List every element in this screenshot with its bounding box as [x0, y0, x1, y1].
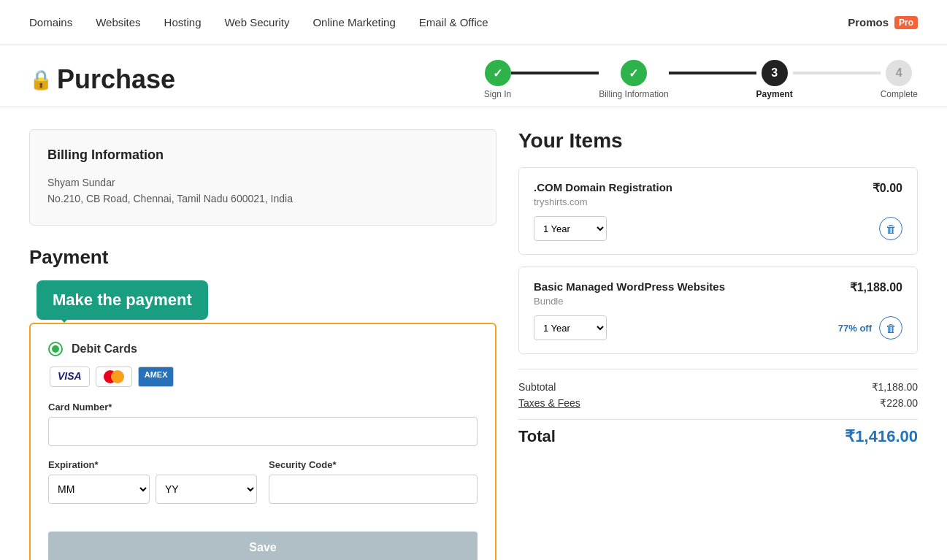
item-1-year-wrapper: 1 Year 2 Years [534, 216, 607, 241]
step-billing: ✓ Billing Information [599, 60, 668, 99]
purchase-title: 🔒 Purchase [29, 64, 175, 95]
step-4-label: Complete [881, 89, 918, 99]
item-1-header: .COM Domain Registration ₹0.00 [534, 181, 902, 195]
item-2-header: Basic Managed WordPress Websites ₹1,188.… [534, 280, 902, 294]
totals-section: Subtotal ₹1,188.00 Taxes & Fees ₹228.00 … [518, 369, 918, 446]
item-1-price: ₹0.00 [873, 181, 902, 195]
nav-web-security[interactable]: Web Security [224, 13, 289, 31]
item-2-price: ₹1,188.00 [850, 280, 902, 294]
step-sign-in: ✓ Sign In [484, 60, 511, 99]
billing-info-card: Billing Information Shyam Sundar No.210,… [29, 129, 496, 226]
progress-steps: ✓ Sign In ✓ Billing Information 3 Paymen… [484, 60, 918, 99]
amex-logo: AMEX [138, 367, 175, 387]
item-2-name: Basic Managed WordPress Websites [534, 280, 725, 293]
step-1-label: Sign In [484, 89, 511, 99]
promos-button[interactable]: Promos Pro [848, 16, 918, 29]
debit-radio[interactable] [48, 342, 63, 356]
nav-email-office[interactable]: Email & Office [419, 13, 488, 31]
taxes-value: ₹228.00 [880, 397, 918, 409]
step-2-label: Billing Information [599, 89, 668, 99]
expiration-security-row: Expiration* MM 010203 040506 070809 1011… [48, 459, 478, 517]
item-1-subtitle: tryshirts.com [534, 196, 902, 207]
item-1-year-select[interactable]: 1 Year 2 Years [534, 216, 607, 241]
expiration-label: Expiration* [48, 459, 257, 470]
item-2-delete-button[interactable]: 🗑 [879, 316, 902, 340]
item-2-subtitle: Bundle [534, 296, 902, 307]
subtotal-row: Subtotal ₹1,188.00 [518, 381, 918, 393]
payment-form-card: Debit Cards VISA AMEX Card Number* [29, 323, 496, 560]
nav-websites[interactable]: Websites [96, 13, 140, 31]
billing-address: No.210, CB Road, Chennai, Tamil Nadu 600… [47, 191, 478, 207]
item-com-domain: .COM Domain Registration ₹0.00 tryshirts… [518, 167, 918, 255]
nav-domains[interactable]: Domains [29, 13, 72, 31]
item-1-footer: 1 Year 2 Years 🗑 [534, 216, 902, 241]
billing-name: Shyam Sundar [47, 174, 478, 191]
step-2-circle: ✓ [621, 60, 647, 86]
left-panel: Billing Information Shyam Sundar No.210,… [29, 129, 496, 560]
debit-label: Debit Cards [72, 342, 137, 356]
nav-hosting[interactable]: Hosting [164, 13, 202, 31]
expiration-month-select[interactable]: MM 010203 040506 070809 101112 [48, 475, 150, 504]
subtotal-value: ₹1,188.00 [872, 381, 919, 393]
item-2-discount: 77% off [838, 323, 872, 334]
payment-section: Payment Make the payment Debit Cards VIS… [29, 246, 496, 560]
step-payment: 3 Payment [756, 60, 793, 99]
total-row: Total ₹1,416.00 [518, 419, 918, 446]
total-label: Total [518, 427, 556, 446]
lock-icon: 🔒 [29, 69, 53, 91]
save-button[interactable]: Save [48, 532, 478, 560]
promos-label: Promos [848, 16, 889, 28]
main-content: Billing Information Shyam Sundar No.210,… [0, 107, 947, 560]
item-wordpress: Basic Managed WordPress Websites ₹1,188.… [518, 266, 918, 354]
purchase-header: 🔒 Purchase ✓ Sign In ✓ Billing Informati… [0, 45, 947, 107]
item-2-year-select[interactable]: 1 Year 2 Years [534, 315, 607, 340]
purchase-title-text: Purchase [57, 64, 175, 95]
total-amount: ₹1,416.00 [845, 427, 918, 446]
card-number-label: Card Number* [48, 402, 478, 413]
step-4-circle: 4 [886, 60, 912, 86]
security-code-input[interactable] [269, 475, 478, 504]
billing-info-title: Billing Information [47, 147, 478, 163]
debit-radio-row: Debit Cards [48, 342, 478, 356]
top-nav: Domains Websites Hosting Web Security On… [0, 0, 947, 45]
expiration-selects: MM 010203 040506 070809 101112 YY 202420… [48, 475, 257, 504]
mastercard-logo [96, 367, 132, 387]
step-1-circle: ✓ [485, 60, 511, 86]
taxes-label: Taxes & Fees [518, 397, 580, 409]
expiration-group: Expiration* MM 010203 040506 070809 1011… [48, 459, 257, 504]
step-3-circle: 3 [762, 60, 788, 86]
security-code-label: Security Code* [269, 459, 478, 470]
payment-tooltip: Make the payment [37, 280, 208, 320]
item-2-footer: 1 Year 2 Years 77% off 🗑 [534, 315, 902, 340]
tooltip-text: Make the payment [53, 291, 192, 309]
your-items-title: Your Items [518, 129, 918, 153]
card-logos: VISA AMEX [50, 367, 478, 387]
pro-badge: Pro [894, 16, 918, 29]
nav-online-marketing[interactable]: Online Marketing [313, 13, 395, 31]
item-1-name: .COM Domain Registration [534, 181, 672, 193]
radio-inner [52, 345, 59, 353]
security-code-group: Security Code* [269, 459, 478, 504]
subtotal-label: Subtotal [518, 381, 556, 393]
card-number-group: Card Number* [48, 402, 478, 446]
taxes-row: Taxes & Fees ₹228.00 [518, 397, 918, 409]
expiration-year-select[interactable]: YY 202420252026 2027202820292030 [156, 475, 257, 504]
step-3-label: Payment [756, 89, 793, 99]
nav-links: Domains Websites Hosting Web Security On… [29, 13, 848, 31]
visa-logo: VISA [50, 367, 90, 387]
item-1-delete-button[interactable]: 🗑 [879, 217, 902, 240]
item-2-year-wrapper: 1 Year 2 Years [534, 315, 607, 340]
payment-title: Payment [29, 246, 496, 269]
card-number-input[interactable] [48, 417, 478, 446]
step-complete: 4 Complete [881, 60, 918, 99]
right-panel: Your Items .COM Domain Registration ₹0.0… [518, 129, 918, 560]
